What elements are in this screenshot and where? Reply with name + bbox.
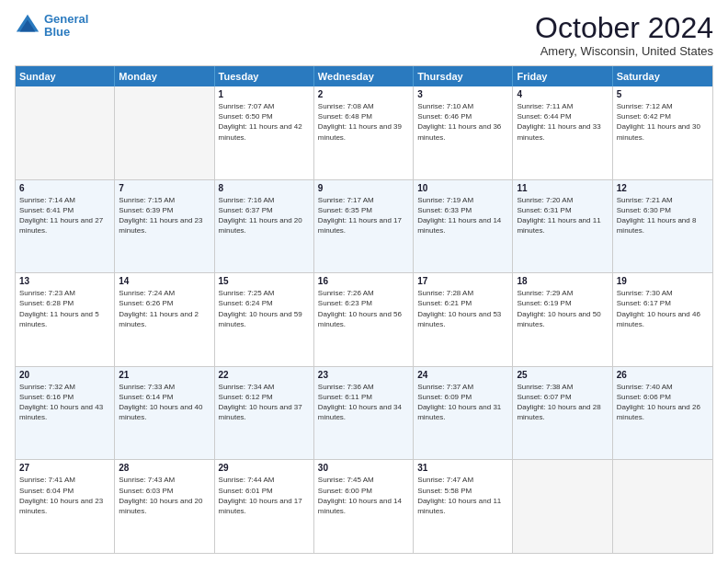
calendar-header: Sunday Monday Tuesday Wednesday Thursday… bbox=[16, 66, 712, 86]
header: General Blue October 2024 Amery, Wiscons… bbox=[15, 13, 713, 58]
day-info: Sunrise: 7:40 AMSunset: 6:06 PMDaylight:… bbox=[617, 382, 709, 423]
cal-cell-w3-d5: 25Sunrise: 7:38 AMSunset: 6:07 PMDayligh… bbox=[513, 367, 612, 460]
cal-cell-w2-d5: 18Sunrise: 7:29 AMSunset: 6:19 PMDayligh… bbox=[513, 273, 612, 366]
calendar-week-0: 1Sunrise: 7:07 AMSunset: 6:50 PMDaylight… bbox=[16, 86, 712, 179]
day-info: Sunrise: 7:32 AMSunset: 6:16 PMDaylight:… bbox=[19, 382, 110, 423]
header-friday: Friday bbox=[513, 66, 612, 86]
calendar-week-2: 13Sunrise: 7:23 AMSunset: 6:28 PMDayligh… bbox=[16, 272, 712, 366]
day-number: 21 bbox=[119, 370, 210, 380]
cal-cell-w4-d4: 31Sunrise: 7:47 AMSunset: 5:58 PMDayligh… bbox=[414, 460, 513, 553]
day-info: Sunrise: 7:28 AMSunset: 6:21 PMDaylight:… bbox=[417, 288, 508, 329]
day-info: Sunrise: 7:25 AMSunset: 6:24 PMDaylight:… bbox=[219, 288, 310, 329]
cal-cell-w3-d2: 22Sunrise: 7:34 AMSunset: 6:12 PMDayligh… bbox=[215, 367, 314, 460]
day-number: 30 bbox=[318, 463, 409, 473]
cal-cell-w1-d5: 11Sunrise: 7:20 AMSunset: 6:31 PMDayligh… bbox=[513, 180, 612, 273]
day-info: Sunrise: 7:07 AMSunset: 6:50 PMDaylight:… bbox=[219, 101, 310, 143]
day-info: Sunrise: 7:19 AMSunset: 6:33 PMDaylight:… bbox=[417, 195, 508, 236]
calendar: Sunday Monday Tuesday Wednesday Thursday… bbox=[15, 65, 713, 554]
day-number: 12 bbox=[617, 183, 709, 193]
day-number: 9 bbox=[318, 183, 409, 193]
cal-cell-w3-d6: 26Sunrise: 7:40 AMSunset: 6:06 PMDayligh… bbox=[613, 367, 712, 460]
cal-cell-w0-d5: 4Sunrise: 7:11 AMSunset: 6:44 PMDaylight… bbox=[513, 86, 612, 179]
day-info: Sunrise: 7:17 AMSunset: 6:35 PMDaylight:… bbox=[318, 195, 409, 236]
day-info: Sunrise: 7:47 AMSunset: 5:58 PMDaylight:… bbox=[417, 475, 508, 516]
cal-cell-w4-d2: 29Sunrise: 7:44 AMSunset: 6:01 PMDayligh… bbox=[215, 460, 314, 553]
day-info: Sunrise: 7:36 AMSunset: 6:11 PMDaylight:… bbox=[318, 382, 409, 423]
day-number: 14 bbox=[119, 276, 210, 286]
cal-cell-w0-d4: 3Sunrise: 7:10 AMSunset: 6:46 PMDaylight… bbox=[414, 86, 513, 179]
logo-icon bbox=[15, 13, 40, 39]
title-block: October 2024 Amery, Wisconsin, United St… bbox=[535, 13, 713, 58]
day-number: 26 bbox=[617, 370, 709, 380]
calendar-week-4: 27Sunrise: 7:41 AMSunset: 6:04 PMDayligh… bbox=[16, 459, 712, 553]
logo: General Blue bbox=[15, 13, 88, 40]
day-number: 1 bbox=[219, 89, 310, 99]
cal-cell-w2-d3: 16Sunrise: 7:26 AMSunset: 6:23 PMDayligh… bbox=[314, 273, 414, 366]
cal-cell-w1-d3: 9Sunrise: 7:17 AMSunset: 6:35 PMDaylight… bbox=[314, 180, 414, 273]
day-number: 31 bbox=[417, 463, 508, 473]
cal-cell-w1-d4: 10Sunrise: 7:19 AMSunset: 6:33 PMDayligh… bbox=[414, 180, 513, 273]
page: General Blue October 2024 Amery, Wiscons… bbox=[0, 0, 728, 563]
cal-cell-w4-d3: 30Sunrise: 7:45 AMSunset: 6:00 PMDayligh… bbox=[314, 460, 414, 553]
day-info: Sunrise: 7:33 AMSunset: 6:14 PMDaylight:… bbox=[119, 382, 210, 423]
cal-cell-w0-d3: 2Sunrise: 7:08 AMSunset: 6:48 PMDaylight… bbox=[314, 86, 414, 179]
header-tuesday: Tuesday bbox=[215, 66, 314, 86]
day-number: 22 bbox=[219, 370, 310, 380]
cal-cell-w1-d2: 8Sunrise: 7:16 AMSunset: 6:37 PMDaylight… bbox=[215, 180, 314, 273]
day-number: 3 bbox=[417, 89, 508, 99]
day-info: Sunrise: 7:24 AMSunset: 6:26 PMDaylight:… bbox=[119, 288, 210, 329]
day-info: Sunrise: 7:44 AMSunset: 6:01 PMDaylight:… bbox=[219, 475, 310, 516]
cal-cell-w0-d2: 1Sunrise: 7:07 AMSunset: 6:50 PMDaylight… bbox=[215, 86, 314, 179]
cal-cell-w0-d6: 5Sunrise: 7:12 AMSunset: 6:42 PMDaylight… bbox=[613, 86, 712, 179]
day-info: Sunrise: 7:16 AMSunset: 6:37 PMDaylight:… bbox=[219, 195, 310, 236]
day-number: 25 bbox=[517, 370, 608, 380]
day-info: Sunrise: 7:38 AMSunset: 6:07 PMDaylight:… bbox=[517, 382, 608, 423]
calendar-week-1: 6Sunrise: 7:14 AMSunset: 6:41 PMDaylight… bbox=[16, 179, 712, 273]
logo-line2: Blue bbox=[44, 25, 70, 39]
cal-cell-w2-d1: 14Sunrise: 7:24 AMSunset: 6:26 PMDayligh… bbox=[115, 273, 214, 366]
cal-cell-w1-d6: 12Sunrise: 7:21 AMSunset: 6:30 PMDayligh… bbox=[613, 180, 712, 273]
month-title: October 2024 bbox=[535, 13, 713, 42]
day-number: 20 bbox=[19, 370, 110, 380]
day-number: 2 bbox=[318, 89, 409, 99]
day-number: 11 bbox=[517, 183, 608, 193]
day-info: Sunrise: 7:45 AMSunset: 6:00 PMDaylight:… bbox=[318, 475, 409, 516]
cal-cell-w2-d0: 13Sunrise: 7:23 AMSunset: 6:28 PMDayligh… bbox=[16, 273, 115, 366]
day-number: 17 bbox=[417, 276, 508, 286]
day-info: Sunrise: 7:21 AMSunset: 6:30 PMDaylight:… bbox=[617, 195, 709, 236]
header-wednesday: Wednesday bbox=[314, 66, 414, 86]
day-info: Sunrise: 7:41 AMSunset: 6:04 PMDaylight:… bbox=[19, 475, 110, 516]
day-number: 6 bbox=[19, 183, 110, 193]
logo-text: General Blue bbox=[44, 13, 88, 40]
location: Amery, Wisconsin, United States bbox=[535, 44, 713, 58]
day-number: 16 bbox=[318, 276, 409, 286]
cal-cell-w1-d0: 6Sunrise: 7:14 AMSunset: 6:41 PMDaylight… bbox=[16, 180, 115, 273]
cal-cell-w0-d1 bbox=[115, 86, 214, 179]
day-number: 24 bbox=[417, 370, 508, 380]
day-number: 23 bbox=[318, 370, 409, 380]
calendar-week-3: 20Sunrise: 7:32 AMSunset: 6:16 PMDayligh… bbox=[16, 366, 712, 460]
day-number: 27 bbox=[19, 463, 110, 473]
day-number: 18 bbox=[517, 276, 608, 286]
logo-line1: General bbox=[44, 12, 88, 26]
day-info: Sunrise: 7:10 AMSunset: 6:46 PMDaylight:… bbox=[417, 101, 508, 143]
cal-cell-w3-d0: 20Sunrise: 7:32 AMSunset: 6:16 PMDayligh… bbox=[16, 367, 115, 460]
day-number: 29 bbox=[219, 463, 310, 473]
cal-cell-w1-d1: 7Sunrise: 7:15 AMSunset: 6:39 PMDaylight… bbox=[115, 180, 214, 273]
day-info: Sunrise: 7:12 AMSunset: 6:42 PMDaylight:… bbox=[617, 101, 709, 143]
day-info: Sunrise: 7:14 AMSunset: 6:41 PMDaylight:… bbox=[19, 195, 110, 236]
day-info: Sunrise: 7:11 AMSunset: 6:44 PMDaylight:… bbox=[517, 101, 608, 143]
day-info: Sunrise: 7:15 AMSunset: 6:39 PMDaylight:… bbox=[119, 195, 210, 236]
day-info: Sunrise: 7:26 AMSunset: 6:23 PMDaylight:… bbox=[318, 288, 409, 329]
day-info: Sunrise: 7:37 AMSunset: 6:09 PMDaylight:… bbox=[417, 382, 508, 423]
header-saturday: Saturday bbox=[613, 66, 712, 86]
day-info: Sunrise: 7:08 AMSunset: 6:48 PMDaylight:… bbox=[318, 101, 409, 143]
day-number: 19 bbox=[617, 276, 709, 286]
day-number: 28 bbox=[119, 463, 210, 473]
day-number: 13 bbox=[19, 276, 110, 286]
cal-cell-w4-d0: 27Sunrise: 7:41 AMSunset: 6:04 PMDayligh… bbox=[16, 460, 115, 553]
cal-cell-w4-d1: 28Sunrise: 7:43 AMSunset: 6:03 PMDayligh… bbox=[115, 460, 214, 553]
cal-cell-w3-d3: 23Sunrise: 7:36 AMSunset: 6:11 PMDayligh… bbox=[314, 367, 414, 460]
day-number: 8 bbox=[219, 183, 310, 193]
day-info: Sunrise: 7:34 AMSunset: 6:12 PMDaylight:… bbox=[219, 382, 310, 423]
